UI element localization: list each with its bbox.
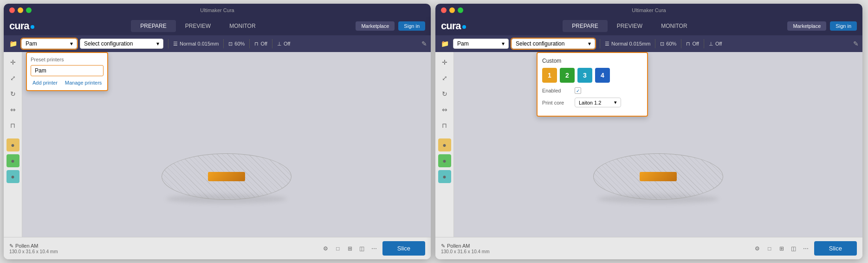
sidebar-move-icon-right[interactable]: ✛ (438, 56, 451, 69)
config-dropdown-right[interactable]: Select configuration ▾ (512, 39, 595, 49)
sidebar-material1-icon-right[interactable]: ● (438, 138, 451, 151)
tab-prepare-left[interactable]: PREPARE (131, 20, 175, 32)
sidebar-scale-icon[interactable]: ⤢ (6, 72, 19, 85)
bottom-icon1-right[interactable]: ⚙ (753, 244, 762, 253)
sidebar-mirror-icon-right[interactable]: ⇔ (438, 103, 451, 116)
tab-preview-right[interactable]: PREVIEW (608, 20, 652, 32)
sidebar-support-icon-right[interactable]: ⊓ (438, 119, 451, 132)
printer-dropdown-left[interactable]: Pam ▾ (21, 39, 77, 49)
sidebar-material3-icon[interactable]: ● (6, 170, 19, 183)
maximize-button-left[interactable] (26, 7, 32, 13)
divider4-right (704, 39, 704, 48)
config-dropdown-left[interactable]: Select configuration ▾ (80, 39, 163, 49)
profile-icon-left: ☰ (173, 41, 178, 47)
slice-btn-right[interactable]: Slice (814, 241, 857, 256)
material-swatches-row: 1 2 3 4 (542, 68, 642, 83)
left-window: Ultimaker Cura cura PREPARE PREVIEW MONI… (4, 4, 431, 259)
printer-chevron-left: ▾ (70, 40, 73, 47)
maximize-button-right[interactable] (458, 7, 463, 13)
printer-name-left: Pam (26, 40, 37, 47)
bottom-icons-right: ⚙ □ ⊞ ◫ ⋯ (753, 244, 810, 253)
sidebar-mirror-icon[interactable]: ⇔ (6, 103, 19, 116)
titlebar-left: Ultimaker Cura (4, 4, 431, 17)
adhesion-value-right: Off (715, 41, 722, 46)
enabled-checkbox[interactable]: ✓ (575, 87, 581, 94)
add-printer-btn[interactable]: Add printer (31, 79, 59, 86)
sidebar-scale-icon-right[interactable]: ⤢ (438, 72, 451, 85)
bottom-icon3-right[interactable]: ⊞ (777, 244, 786, 253)
divider4-left (272, 39, 272, 48)
sidebar-material2-icon[interactable]: ● (6, 154, 19, 167)
swatch-3[interactable]: 3 (577, 68, 592, 83)
bottom-icon4-left[interactable]: ◫ (357, 244, 367, 253)
marketplace-btn-right[interactable]: Marketplace (787, 21, 826, 31)
bottom-icon2-left[interactable]: □ (333, 244, 343, 253)
slice-btn-left[interactable]: Slice (382, 241, 425, 256)
sidebar-material1-icon[interactable]: ● (6, 138, 19, 151)
settings-icon-left[interactable]: ✎ (421, 40, 427, 47)
config-section-title: Custom (542, 58, 642, 64)
divider1-right (600, 39, 600, 48)
close-button-left[interactable] (9, 7, 15, 13)
logo-text-left: cura (9, 20, 29, 32)
window-controls-right (441, 7, 463, 13)
nav-right-right: Marketplace Sign in (787, 21, 857, 31)
bottom-icon1-left[interactable]: ⚙ (321, 244, 330, 253)
print-core-label: Print core (542, 100, 575, 105)
tab-prepare-right[interactable]: PREPARE (563, 20, 607, 32)
preset-printers-title: Preset printers (31, 57, 104, 62)
support-right: ⊓ Off (686, 41, 699, 47)
scale-value-left: 60% (234, 41, 245, 46)
divider2-right (655, 39, 655, 48)
scale-icon-right: ⊡ (660, 41, 664, 47)
pam-printer-item[interactable]: Pam (31, 65, 104, 76)
bottom-icon3-left[interactable]: ⊞ (345, 244, 355, 253)
signin-btn-left[interactable]: Sign in (398, 21, 425, 31)
swatch-1[interactable]: 1 (542, 68, 557, 83)
3d-object-right[interactable] (640, 172, 677, 181)
bottom-icon4-right[interactable]: ◫ (789, 244, 798, 253)
tab-monitor-right[interactable]: MONITOR (652, 20, 696, 32)
bottom-icon5-right[interactable]: ⋯ (801, 244, 810, 253)
bottom-icon5-left[interactable]: ⋯ (369, 244, 379, 253)
tab-preview-left[interactable]: PREVIEW (176, 20, 220, 32)
sidebar-rotate-icon[interactable]: ↻ (6, 87, 19, 100)
filename-row-right: ✎ Pollen AM (441, 243, 749, 249)
canvas-right (454, 52, 862, 237)
logo-dot-right (462, 25, 466, 29)
manage-printers-btn[interactable]: Manage printers (63, 79, 104, 86)
config-chevron-right: ▾ (588, 40, 591, 47)
divider1-left (168, 39, 168, 48)
right-window: Ultimaker Cura cura PREPARE PREVIEW MONI… (435, 4, 862, 259)
swatch-2[interactable]: 2 (560, 68, 575, 83)
adhesion-value-left: Off (284, 41, 290, 46)
toolbar-area-right: 📁 Pam ▾ Select configuration ▾ ☰ Normal … (435, 35, 862, 52)
printer-dropdown-popup-left: Preset printers Pam Add printer Manage p… (26, 52, 108, 91)
config-label-right: Select configuration (516, 40, 564, 47)
support-icon-left: ⊓ (254, 41, 259, 47)
sidebar-support-icon[interactable]: ⊓ (6, 119, 19, 132)
signin-btn-right[interactable]: Sign in (830, 21, 857, 31)
sidebar-move-icon[interactable]: ✛ (6, 56, 19, 69)
nav-tabs-right: PREPARE PREVIEW MONITOR (475, 20, 784, 32)
divider3-right (681, 39, 681, 48)
profile-icon-right: ☰ (605, 41, 609, 47)
print-core-select[interactable]: Laiton 1.2 ▾ (575, 98, 621, 107)
sidebar-material3-icon-right[interactable]: ● (438, 170, 451, 183)
sidebar-rotate-icon-right[interactable]: ↻ (438, 87, 451, 100)
marketplace-btn-left[interactable]: Marketplace (356, 21, 395, 31)
tab-monitor-left[interactable]: MONITOR (220, 20, 265, 32)
folder-icon-left[interactable]: 📁 (7, 38, 19, 49)
settings-icon-right[interactable]: ✎ (853, 40, 859, 47)
folder-icon-right[interactable]: 📁 (439, 38, 450, 49)
bottom-icon2-right[interactable]: □ (765, 244, 774, 253)
sidebar-material2-icon-right[interactable]: ● (438, 154, 451, 167)
close-button-right[interactable] (441, 7, 447, 13)
minimize-button-left[interactable] (18, 7, 23, 13)
printer-dropdown-right[interactable]: Pam ▾ (453, 39, 509, 49)
logo-right: cura (441, 20, 466, 32)
config-dropdown-popup-right: Custom 1 2 3 4 Enabled ✓ Print core Lait… (537, 52, 648, 117)
minimize-button-right[interactable] (449, 7, 455, 13)
3d-object-left[interactable] (208, 172, 245, 181)
swatch-4[interactable]: 4 (595, 68, 610, 83)
